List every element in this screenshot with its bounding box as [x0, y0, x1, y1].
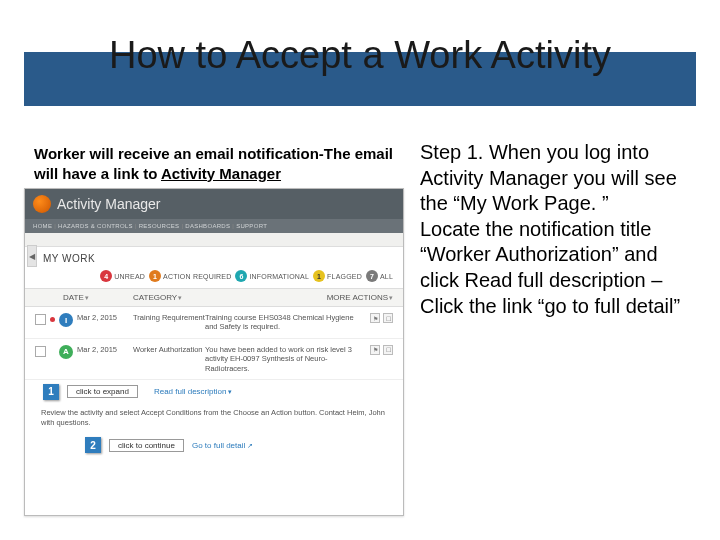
click-to-continue-button[interactable]: click to continue: [109, 439, 184, 452]
step-text: Step 1. When you log into Activity Manag…: [420, 140, 696, 319]
spacer: [50, 349, 55, 354]
activity-instruction: Review the activity and select Accept Co…: [25, 402, 403, 434]
app-name: Activity Manager: [57, 196, 160, 212]
slide: How to Accept a Work Activity Worker wil…: [0, 0, 720, 540]
app-nav: HOME| HAZARDS & CONTROLS| RESOURCES| DAS…: [25, 219, 403, 233]
chevron-down-icon: ▾: [389, 294, 393, 301]
filter-all[interactable]: 7ALL: [366, 270, 393, 282]
activity-manager-screenshot: Activity Manager HOME| HAZARDS & CONTROL…: [24, 188, 404, 516]
row-checkbox[interactable]: [35, 346, 46, 357]
expand-callout: 1 click to expand Read full description: [25, 380, 403, 402]
app-header: Activity Manager: [25, 189, 403, 219]
row-date: Mar 2, 2015: [77, 313, 133, 322]
step-number-2: 2: [85, 437, 101, 453]
row-date: Mar 2, 2015: [77, 345, 133, 354]
filter-pills: 4UNREAD 1ACTION REQUIRED 6INFORMATIONAL …: [25, 266, 403, 288]
all-count: 7: [366, 270, 378, 282]
go-to-full-detail-link[interactable]: Go to full detail: [192, 441, 253, 450]
mywork-heading: MY WORK: [25, 247, 403, 266]
avatar: A: [59, 345, 73, 359]
nav-dashboards[interactable]: DASHBOARDS: [185, 223, 230, 229]
table-header: DATE▾ CATEGORY▾ MORE ACTIONS▾: [25, 288, 403, 307]
sort-icon: ▾: [85, 294, 89, 301]
unread-dot-icon: [50, 317, 55, 322]
archive-icon[interactable]: ☐: [383, 313, 393, 323]
row-description: You have been added to work on risk leve…: [205, 345, 359, 373]
app-logo-icon: [33, 195, 51, 213]
step-number-1: 1: [43, 384, 59, 400]
nav-support[interactable]: SUPPORT: [236, 223, 267, 229]
th-category[interactable]: CATEGORY: [133, 293, 177, 302]
click-to-expand-button[interactable]: click to expand: [67, 385, 138, 398]
table-row[interactable]: A Mar 2, 2015 Worker Authorization You h…: [25, 339, 403, 380]
sort-icon: ▾: [178, 294, 182, 301]
th-date[interactable]: DATE: [63, 293, 84, 302]
action-count: 1: [149, 270, 161, 282]
avatar: I: [59, 313, 73, 327]
archive-icon[interactable]: ☐: [383, 345, 393, 355]
filter-info[interactable]: 6INFORMATIONAL: [235, 270, 309, 282]
unread-count: 4: [100, 270, 112, 282]
step-1-text: Step 1. When you log into Activity Manag…: [420, 140, 696, 319]
row-checkbox[interactable]: [35, 314, 46, 325]
prev-arrow-icon[interactable]: ◀: [27, 245, 37, 267]
read-full-description-link[interactable]: Read full description: [154, 387, 232, 396]
flag-icon[interactable]: ⚑: [370, 345, 380, 355]
filter-flag[interactable]: 1FLAGGED: [313, 270, 362, 282]
row-description: Training course EHS0348 Chemical Hygiene…: [205, 313, 359, 332]
row-category: Worker Authorization: [133, 345, 205, 354]
intro-link: Activity Manager: [161, 165, 281, 182]
continue-callout: 2 click to continue Go to full detail: [25, 433, 403, 461]
flag-count: 1: [313, 270, 325, 282]
nav-home[interactable]: HOME: [33, 223, 52, 229]
flag-icon[interactable]: ⚑: [370, 313, 380, 323]
intro-text: Worker will receive an email notificatio…: [34, 144, 394, 183]
filter-unread[interactable]: 4UNREAD: [100, 270, 145, 282]
intro-block: Worker will receive an email notificatio…: [34, 144, 394, 183]
info-count: 6: [235, 270, 247, 282]
table-row[interactable]: I Mar 2, 2015 Training Requirement Train…: [25, 307, 403, 339]
nav-resources[interactable]: RESOURCES: [139, 223, 180, 229]
row-category: Training Requirement: [133, 313, 205, 322]
nav-hazards[interactable]: HAZARDS & CONTROLS: [58, 223, 133, 229]
sub-header: [25, 233, 403, 247]
filter-action[interactable]: 1ACTION REQUIRED: [149, 270, 231, 282]
page-title: How to Accept a Work Activity: [0, 34, 720, 77]
th-more[interactable]: MORE ACTIONS: [327, 293, 388, 302]
